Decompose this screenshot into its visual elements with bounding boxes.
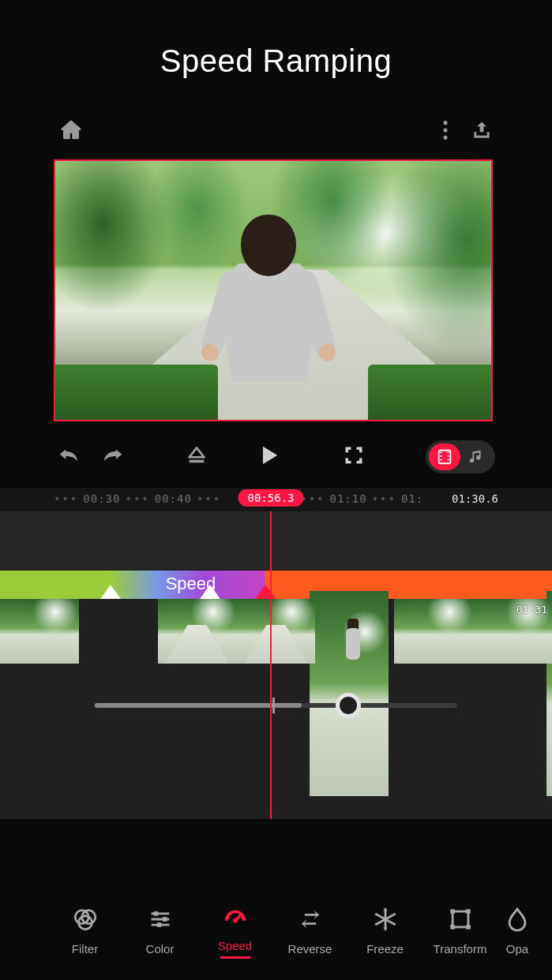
- preview-frame: [55, 161, 491, 420]
- svg-rect-10: [448, 459, 449, 461]
- svg-rect-16: [156, 922, 161, 927]
- svg-rect-7: [441, 459, 442, 461]
- music-icon: [468, 448, 485, 466]
- more-button[interactable]: [442, 119, 449, 144]
- redo-icon: [101, 446, 125, 465]
- undo-icon: [57, 446, 81, 465]
- export-icon: [471, 119, 493, 141]
- playhead[interactable]: [270, 511, 272, 819]
- view-mode-toggle[interactable]: [426, 440, 495, 473]
- ruler-tick: 01:10: [330, 492, 367, 505]
- ruler-dots: •••: [54, 492, 78, 505]
- reverse-icon: [297, 906, 324, 933]
- tool-speed[interactable]: Speed: [197, 903, 272, 959]
- svg-rect-5: [441, 452, 442, 454]
- tool-label: Opa: [498, 942, 537, 956]
- speed-keyframe[interactable]: [100, 585, 121, 599]
- speed-keyframe[interactable]: [200, 585, 220, 599]
- speed-slider[interactable]: [95, 703, 457, 708]
- tool-filter[interactable]: Filter: [47, 906, 122, 956]
- svg-rect-15: [162, 917, 167, 922]
- play-icon: [255, 442, 282, 469]
- music-mode-button[interactable]: [460, 443, 492, 470]
- svg-rect-3: [190, 460, 205, 463]
- tool-opacity[interactable]: Opa: [498, 906, 537, 956]
- svg-point-0: [443, 121, 447, 125]
- home-button[interactable]: [59, 118, 83, 145]
- svg-rect-27: [466, 925, 471, 930]
- svg-point-22: [241, 917, 243, 919]
- clip-thumbnail: [0, 599, 79, 664]
- sliders-icon: [147, 906, 174, 933]
- redo-button[interactable]: [101, 446, 125, 468]
- video-track[interactable]: 01:31: [0, 599, 552, 664]
- svg-line-18: [235, 915, 241, 920]
- export-button[interactable]: [471, 119, 493, 144]
- fullscreen-button[interactable]: [343, 444, 365, 469]
- total-time: 01:30.6: [452, 492, 498, 505]
- tool-label: Speed: [197, 939, 272, 952]
- slider-knob[interactable]: [336, 693, 361, 718]
- home-icon: [59, 118, 83, 142]
- ruler-tick: 00:40: [155, 492, 192, 505]
- svg-point-20: [229, 912, 231, 915]
- tool-reverse[interactable]: Reverse: [272, 906, 347, 956]
- clip-end-time: 01:31: [516, 604, 547, 615]
- player-controls: [0, 421, 552, 483]
- video-preview[interactable]: [54, 159, 493, 421]
- ruler-tick: 00:30: [83, 492, 120, 505]
- topbar: [0, 118, 552, 159]
- fullscreen-icon: [343, 444, 365, 466]
- eject-button[interactable]: [186, 444, 208, 469]
- speed-keyframe-active[interactable]: [255, 585, 276, 599]
- ruler-tick: 01:: [401, 492, 423, 505]
- tool-label: Filter: [47, 942, 122, 956]
- clip-thumbnail: [158, 599, 237, 664]
- svg-rect-26: [450, 925, 455, 930]
- speed-ramp-track[interactable]: Speed: [0, 570, 552, 599]
- svg-rect-8: [448, 452, 449, 454]
- bottom-toolbar: Filter Color Speed Reverse Freeze Transf…: [0, 881, 552, 980]
- video-mode-button[interactable]: [429, 443, 460, 470]
- svg-point-2: [443, 136, 447, 140]
- clip-thumbnail: [237, 599, 316, 664]
- page-title: Speed Ramping: [0, 0, 552, 118]
- speed-slider-area: [0, 664, 552, 758]
- svg-point-19: [227, 917, 230, 919]
- svg-point-1: [443, 128, 447, 132]
- svg-rect-6: [441, 455, 442, 457]
- droplet-icon: [504, 906, 531, 933]
- svg-rect-25: [466, 909, 471, 914]
- playhead-time[interactable]: 00:56.3: [238, 489, 303, 507]
- svg-rect-24: [450, 909, 455, 914]
- svg-rect-23: [452, 911, 468, 927]
- tool-label: Color: [122, 942, 197, 956]
- timeline[interactable]: Speed 01:31: [0, 511, 552, 819]
- tool-label: Transform: [422, 942, 498, 956]
- film-icon: [436, 448, 453, 466]
- snowflake-icon: [372, 906, 399, 933]
- tool-color[interactable]: Color: [122, 906, 197, 956]
- tool-freeze[interactable]: Freeze: [347, 906, 422, 956]
- filter-icon: [72, 906, 99, 933]
- time-ruler[interactable]: ••• 00:30 ••• 00:40 ••• ••• 01:10 ••• 01…: [0, 488, 552, 511]
- gauge-icon: [222, 903, 249, 930]
- play-button[interactable]: [255, 442, 282, 472]
- svg-rect-9: [448, 455, 449, 457]
- svg-point-21: [234, 910, 236, 912]
- clip-thumbnail: [394, 599, 473, 664]
- tool-label: Reverse: [272, 942, 347, 956]
- svg-rect-14: [153, 911, 158, 916]
- track-empty: [0, 511, 552, 570]
- more-icon: [442, 119, 449, 141]
- undo-button[interactable]: [57, 446, 81, 468]
- slider-center-tick: [272, 698, 275, 713]
- tool-label: Freeze: [347, 942, 422, 956]
- eject-icon: [186, 444, 208, 466]
- tool-transform[interactable]: Transform: [422, 906, 498, 956]
- transform-icon: [447, 906, 474, 933]
